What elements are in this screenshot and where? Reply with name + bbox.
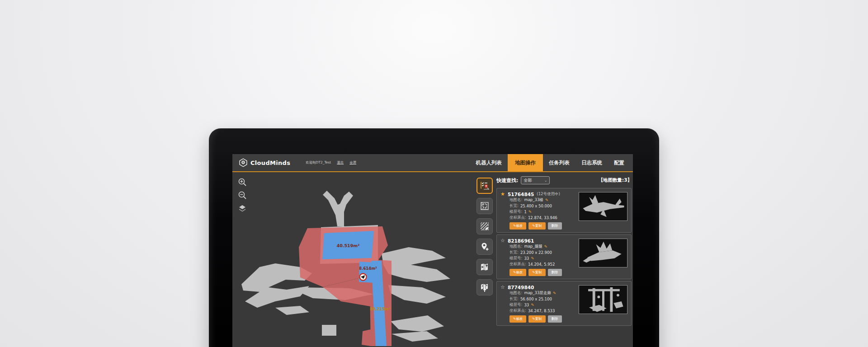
map-in-use-label: (12号使用中) [537,192,560,197]
area-label-3: 80.215m² [370,307,391,311]
map-toolbar [476,178,493,295]
map-size-value: 56.600 x 25.100 [520,297,552,301]
tab-map-operations[interactable]: 地图操作 [508,154,543,171]
edit-name-icon[interactable]: ✎ [545,198,549,202]
filter-value: 全部 [524,178,532,183]
map-canvas[interactable]: 40.519m² 8.614m² 80.215m² [232,172,474,346]
map-upload-icon [480,282,490,292]
star-icon[interactable]: ☆ [500,285,505,290]
map-list-panel: 快速查找: 全部 ⌄ 【地图数量:3】 ★ 51764845 (12号使用中) … [496,176,632,328]
field-label: 长宽: [509,250,519,255]
map-card-3[interactable]: ☆ 87749840 地图名:map_33层走廊✎ 长宽:56.600 x 25… [496,281,632,326]
robot-marker-icon[interactable] [360,274,367,281]
map-id: 51764845 [508,192,534,197]
pin-add-icon [480,242,490,252]
modify-button[interactable]: ✎修改 [509,315,526,323]
map-size-value: 23.200 x 22.900 [520,250,552,255]
field-label: 地图名: [509,197,522,203]
map-origin-value: 34.247, 8.533 [528,309,555,313]
area-label-2: 8.614m² [359,266,377,271]
hatched-region-add-icon [480,221,490,231]
fullscreen-link[interactable]: 全屏 [349,160,356,165]
edit-name-icon[interactable]: ✎ [544,244,548,249]
field-label: 楼层号: [509,302,522,308]
zoom-out-icon[interactable] [238,191,247,200]
tab-settings[interactable]: 配置 [608,154,630,171]
layers-icon[interactable] [238,204,247,213]
edit-floor-icon[interactable]: ✎ [531,256,534,261]
field-label: 楼层号: [509,209,522,215]
modify-button[interactable]: ✎修改 [509,222,526,230]
map-origin-value: 12.874, 33.946 [528,216,557,220]
map-floor-value: 33 [524,303,529,307]
ruler-measure-icon [480,201,490,211]
chevron-down-icon: ⌄ [544,178,547,183]
brand: CloudMinds [232,154,290,171]
panel-header: 快速查找: 全部 ⌄ 【地图数量:3】 [496,176,632,185]
delete-button[interactable]: 删除 [548,222,562,230]
field-label: 长宽: [509,203,519,209]
main-content: 40.519m² 8.614m² 80.215m² [232,172,633,346]
tab-log-system[interactable]: 日志系统 [576,154,608,171]
map-floor-value: 1 [524,210,526,214]
map-origin-value: 14.204, 5.952 [528,262,555,267]
navbar: CloudMinds 欢迎BJDT2_Test 退出 全屏 机器人列表 地图操作… [232,154,633,172]
area-label-1: 40.519m² [337,243,360,248]
star-icon[interactable]: ★ [500,192,505,197]
modify-button[interactable]: ✎修改 [509,269,526,276]
tab-task-list[interactable]: 任务列表 [543,154,576,171]
field-label: 坐标原点: [509,308,526,314]
map-card-1[interactable]: ★ 51764845 (12号使用中) 地图名:map_33楼✎ 长宽:25.4… [496,188,632,233]
checklist-pin-icon [480,181,490,191]
delete-button[interactable]: 删除 [548,315,562,323]
field-label: 坐标原点: [509,262,526,267]
field-label: 坐标原点: [509,215,526,220]
filter-dropdown[interactable]: 全部 ⌄ [521,176,550,184]
star-icon[interactable]: ☆ [500,238,505,243]
map-id: 82186961 [508,238,534,244]
map-name-value: map_33楼 [524,197,543,203]
folded-map-delete-icon [480,262,490,272]
delete-button[interactable]: 删除 [548,269,562,276]
map-thumbnail[interactable] [579,192,627,221]
tool-map-upload[interactable] [476,279,493,295]
map-thumbnail[interactable] [579,239,627,267]
map-thumbnail[interactable] [579,285,627,314]
copy-button[interactable]: ✎复制 [528,315,545,323]
field-label: 地图名: [509,291,522,296]
brand-name: CloudMinds [250,159,290,166]
tool-map-delete[interactable] [476,259,493,275]
map-floor-value: 33 [524,256,529,261]
edit-floor-icon[interactable]: ✎ [528,210,532,214]
app-screen: CloudMinds 欢迎BJDT2_Test 退出 全屏 机器人列表 地图操作… [232,154,633,347]
tool-add-point[interactable] [476,239,493,255]
copy-button[interactable]: ✎复制 [528,222,545,230]
tool-checklist-pin[interactable] [476,178,493,194]
map-controls [238,178,247,213]
map-card-2[interactable]: ☆ 82186961 地图名:map_腿腿✎ 长宽:23.200 x 22.90… [496,234,632,279]
logout-link[interactable]: 退出 [337,160,344,165]
cloudminds-logo-icon [239,158,248,167]
field-label: 长宽: [509,296,519,302]
tab-robot-list[interactable]: 机器人列表 [470,154,508,171]
tool-measure[interactable] [476,198,493,214]
quick-search-label: 快速查找: [496,177,518,184]
map-id: 87749840 [508,285,534,290]
copy-button[interactable]: ✎复制 [528,269,545,276]
main-menu: 机器人列表 地图操作 任务列表 日志系统 配置 [470,154,633,171]
map-name-value: map_腿腿 [524,244,542,249]
edit-floor-icon[interactable]: ✎ [531,303,534,307]
welcome-text: 欢迎BJDT2_Test [306,160,331,165]
map-name-value: map_33层走廊 [524,291,551,296]
tool-add-region[interactable] [476,218,493,234]
field-label: 楼层号: [509,256,522,261]
map-size-value: 25.400 x 50.000 [520,204,552,208]
map-count-label: 【地图数量:3】 [598,177,632,183]
laptop-frame: CloudMinds 欢迎BJDT2_Test 退出 全屏 机器人列表 地图操作… [209,128,659,347]
zoom-in-icon[interactable] [238,178,247,187]
edit-name-icon[interactable]: ✎ [553,291,557,295]
field-label: 地图名: [509,244,522,249]
